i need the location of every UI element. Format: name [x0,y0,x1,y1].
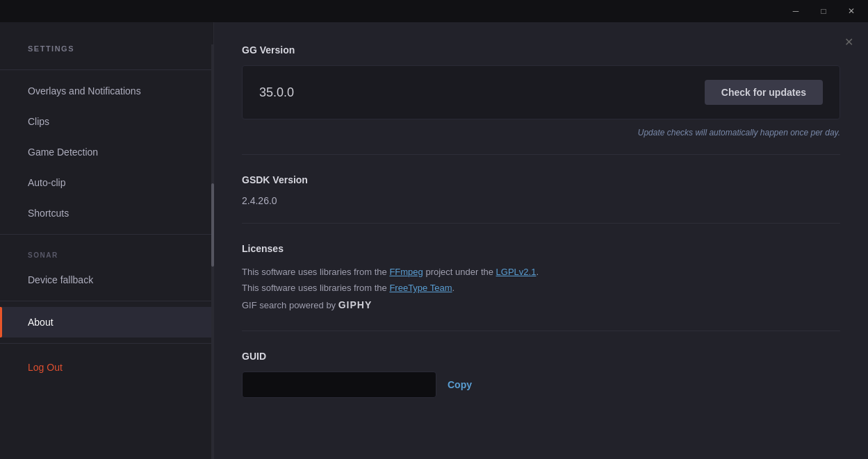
license-line3-prefix: GIF search powered by [242,300,338,310]
sidebar-item-game-detection[interactable]: Game Detection [0,137,213,167]
section-divider-1 [242,154,840,155]
sidebar-divider-4 [0,343,213,344]
sidebar-item-logout[interactable]: Log Out [0,352,213,383]
freetype-link[interactable]: FreeType Team [389,283,452,293]
license-line1-middle: project under the [423,267,496,277]
sidebar-item-overlays[interactable]: Overlays and Notifications [0,76,213,106]
license-line2-suffix: . [452,283,455,293]
sidebar-item-label: Game Detection [28,147,98,158]
check-updates-button[interactable]: Check for updates [705,80,823,105]
version-box: 35.0.0 Check for updates [242,65,840,119]
sidebar-item-label: About [28,317,54,328]
sidebar-item-auto-clip[interactable]: Auto-clip [0,167,213,198]
sidebar-item-clips[interactable]: Clips [0,106,213,137]
license-line-2: This software uses libraries from the Fr… [242,280,840,296]
section-divider-3 [242,331,840,331]
ffmpeg-link[interactable]: FFmpeg [389,267,423,277]
guid-heading: GUID [242,348,840,362]
version-number: 35.0.0 [259,85,294,100]
guid-row: Copy [242,372,840,398]
sidebar-item-label: Overlays and Notifications [28,85,141,97]
sidebar-item-label: Shortcuts [28,208,69,219]
sidebar-item-label: Auto-clip [28,177,65,188]
app-container: SETTINGS Overlays and Notifications Clip… [0,22,868,459]
gsdk-version-number: 2.4.26.0 [242,195,840,206]
close-button[interactable]: ✕ [837,0,865,22]
sidebar-item-about[interactable]: About [0,307,213,337]
titlebar: ─ □ ✕ [0,0,868,22]
license-line-3: GIF search powered by GIPHY [242,297,840,314]
copy-button[interactable]: Copy [448,379,472,390]
lgpl-link[interactable]: LGPLv2.1 [496,267,537,277]
sidebar-item-shortcuts[interactable]: Shortcuts [0,198,213,228]
main-content: ✕ GG Version 35.0.0 Check for updates Up… [214,22,868,459]
sidebar-divider-2 [0,234,213,235]
sidebar-item-label: Device fallback [28,274,93,285]
sidebar-divider-3 [0,301,213,301]
sidebar: SETTINGS Overlays and Notifications Clip… [0,22,214,459]
guid-field [242,372,436,398]
sidebar-divider-1 [0,69,213,70]
license-text: This software uses libraries from the FF… [242,264,840,314]
sidebar-item-device-fallback[interactable]: Device fallback [0,265,213,295]
sonar-section-label: SONAR [0,240,213,265]
section-divider-2 [242,223,840,224]
gsdk-version-heading: GSDK Version [242,172,840,185]
settings-title: SETTINGS [0,44,213,64]
content-close-button[interactable]: ✕ [840,33,857,50]
license-line1-prefix: This software uses libraries from the [242,267,389,277]
giphy-label: GIPHY [338,299,372,310]
license-line-1: This software uses libraries from the FF… [242,264,840,280]
sidebar-item-label: Clips [28,116,49,127]
maximize-button[interactable]: □ [810,0,837,22]
license-line2-prefix: This software uses libraries from the [242,283,389,293]
licenses-heading: Licenses [242,240,840,254]
update-note: Update checks will automatically happen … [242,128,840,137]
gg-version-heading: GG Version [242,42,840,56]
license-line1-suffix: . [536,267,539,277]
minimize-button[interactable]: ─ [782,0,810,22]
sidebar-item-label: Log Out [28,362,63,373]
